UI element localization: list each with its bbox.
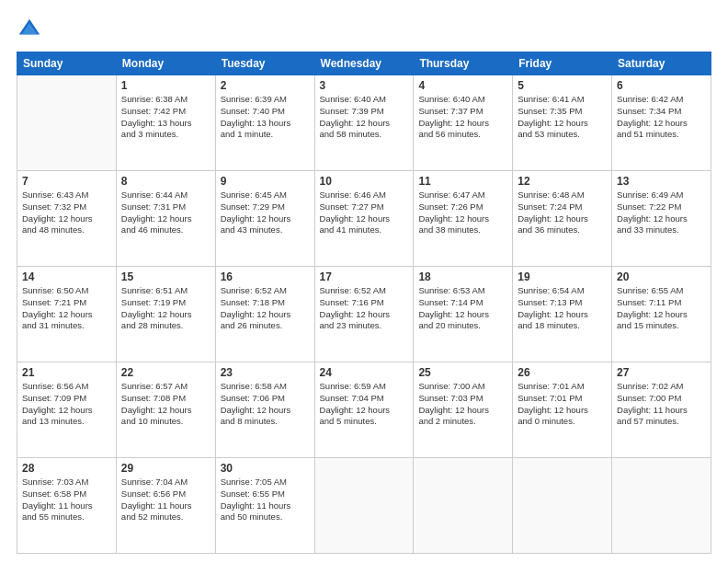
sunset-line: Sunset: 7:32 PM	[22, 201, 111, 213]
weekday-header-sunday: Sunday	[17, 52, 117, 75]
calendar-cell	[414, 458, 513, 554]
daylight-label: Daylight: 11 hours	[617, 405, 706, 417]
calendar-week-1: 1Sunrise: 6:38 AMSunset: 7:42 PMDaylight…	[17, 75, 711, 171]
day-number: 1	[121, 79, 210, 92]
calendar-table: SundayMondayTuesdayWednesdayThursdayFrid…	[17, 52, 711, 554]
sunset-line: Sunset: 7:35 PM	[518, 106, 607, 118]
day-number: 14	[22, 270, 111, 283]
day-number: 24	[320, 366, 409, 379]
day-number: 22	[121, 366, 210, 379]
daylight-value: and 1 minute.	[221, 129, 310, 141]
calendar-week-4: 21Sunrise: 6:56 AMSunset: 7:09 PMDayligh…	[17, 362, 711, 458]
day-number: 17	[320, 270, 409, 283]
day-number: 15	[121, 270, 210, 283]
sunrise-line: Sunrise: 6:52 AM	[221, 285, 310, 297]
daylight-label: Daylight: 12 hours	[221, 405, 310, 417]
weekday-header-tuesday: Tuesday	[215, 52, 314, 75]
daylight-value: and 15 minutes.	[617, 320, 706, 332]
daylight-value: and 43 minutes.	[221, 224, 310, 236]
calendar-cell: 9Sunrise: 6:45 AMSunset: 7:29 PMDaylight…	[215, 171, 314, 267]
header	[17, 17, 711, 42]
sunrise-line: Sunrise: 6:42 AM	[617, 94, 706, 106]
sunrise-line: Sunrise: 7:03 AM	[22, 477, 111, 488]
daylight-label: Daylight: 12 hours	[320, 118, 409, 130]
day-number: 28	[22, 462, 111, 475]
daylight-label: Daylight: 12 hours	[518, 309, 607, 321]
daylight-label: Daylight: 11 hours	[221, 500, 310, 512]
daylight-label: Daylight: 12 hours	[617, 309, 706, 321]
calendar-cell: 28Sunrise: 7:03 AMSunset: 6:58 PMDayligh…	[17, 458, 117, 554]
calendar-cell: 26Sunrise: 7:01 AMSunset: 7:01 PMDayligh…	[513, 362, 612, 458]
daylight-value: and 51 minutes.	[617, 129, 706, 141]
daylight-value: and 5 minutes.	[320, 416, 409, 428]
daylight-label: Daylight: 12 hours	[518, 213, 607, 225]
sunrise-line: Sunrise: 6:41 AM	[518, 94, 607, 106]
daylight-label: Daylight: 12 hours	[221, 213, 310, 225]
weekday-header-monday: Monday	[116, 52, 215, 75]
sunrise-line: Sunrise: 6:48 AM	[518, 190, 607, 201]
sunset-line: Sunset: 7:01 PM	[518, 393, 607, 405]
daylight-value: and 38 minutes.	[418, 224, 507, 236]
daylight-label: Daylight: 12 hours	[518, 405, 607, 417]
daylight-value: and 20 minutes.	[418, 320, 507, 332]
sunrise-line: Sunrise: 6:43 AM	[22, 190, 111, 201]
day-number: 20	[617, 270, 706, 283]
daylight-label: Daylight: 12 hours	[320, 405, 409, 417]
calendar-week-3: 14Sunrise: 6:50 AMSunset: 7:21 PMDayligh…	[17, 267, 711, 362]
daylight-value: and 52 minutes.	[121, 511, 210, 523]
sunset-line: Sunset: 7:03 PM	[418, 393, 507, 405]
day-number: 11	[418, 175, 507, 188]
calendar-cell	[612, 458, 711, 554]
day-number: 2	[221, 79, 310, 92]
sunset-line: Sunset: 7:16 PM	[320, 297, 409, 309]
sunset-line: Sunset: 6:56 PM	[121, 488, 210, 500]
calendar-cell: 27Sunrise: 7:02 AMSunset: 7:00 PMDayligh…	[612, 362, 711, 458]
sunset-line: Sunset: 7:11 PM	[617, 297, 706, 309]
sunrise-line: Sunrise: 6:54 AM	[518, 285, 607, 297]
daylight-label: Daylight: 11 hours	[22, 500, 111, 512]
daylight-label: Daylight: 12 hours	[518, 118, 607, 130]
day-number: 19	[518, 270, 607, 283]
daylight-value: and 36 minutes.	[518, 224, 607, 236]
sunset-line: Sunset: 7:39 PM	[320, 106, 409, 118]
sunrise-line: Sunrise: 7:04 AM	[121, 477, 210, 488]
sunrise-line: Sunrise: 6:47 AM	[418, 190, 507, 201]
calendar-cell: 17Sunrise: 6:52 AMSunset: 7:16 PMDayligh…	[314, 267, 414, 362]
calendar-cell: 1Sunrise: 6:38 AMSunset: 7:42 PMDaylight…	[116, 75, 215, 171]
daylight-label: Daylight: 12 hours	[22, 405, 111, 417]
logo-icon	[17, 17, 42, 42]
sunset-line: Sunset: 7:06 PM	[221, 393, 310, 405]
weekday-header-saturday: Saturday	[612, 52, 711, 75]
day-number: 16	[221, 270, 310, 283]
sunrise-line: Sunrise: 6:38 AM	[121, 94, 210, 106]
calendar-body: 1Sunrise: 6:38 AMSunset: 7:42 PMDaylight…	[17, 75, 711, 554]
daylight-value: and 18 minutes.	[518, 320, 607, 332]
calendar-cell: 20Sunrise: 6:55 AMSunset: 7:11 PMDayligh…	[612, 267, 711, 362]
calendar-cell: 25Sunrise: 7:00 AMSunset: 7:03 PMDayligh…	[414, 362, 513, 458]
calendar-cell: 10Sunrise: 6:46 AMSunset: 7:27 PMDayligh…	[314, 171, 414, 267]
day-number: 3	[320, 79, 409, 92]
calendar-week-5: 28Sunrise: 7:03 AMSunset: 6:58 PMDayligh…	[17, 458, 711, 554]
sunset-line: Sunset: 7:04 PM	[320, 393, 409, 405]
sunset-line: Sunset: 7:26 PM	[418, 201, 507, 213]
daylight-value: and 3 minutes.	[121, 129, 210, 141]
sunset-line: Sunset: 7:24 PM	[518, 201, 607, 213]
weekday-header-thursday: Thursday	[414, 52, 513, 75]
daylight-value: and 58 minutes.	[320, 129, 409, 141]
daylight-value: and 13 minutes.	[22, 416, 111, 428]
daylight-value: and 33 minutes.	[617, 224, 706, 236]
daylight-value: and 23 minutes.	[320, 320, 409, 332]
sunset-line: Sunset: 7:21 PM	[22, 297, 111, 309]
day-number: 8	[121, 175, 210, 188]
daylight-value: and 56 minutes.	[418, 129, 507, 141]
calendar-cell: 29Sunrise: 7:04 AMSunset: 6:56 PMDayligh…	[116, 458, 215, 554]
sunrise-line: Sunrise: 7:00 AM	[418, 381, 507, 393]
calendar-cell: 15Sunrise: 6:51 AMSunset: 7:19 PMDayligh…	[116, 267, 215, 362]
calendar-cell: 24Sunrise: 6:59 AMSunset: 7:04 PMDayligh…	[314, 362, 414, 458]
daylight-label: Daylight: 12 hours	[320, 309, 409, 321]
daylight-value: and 31 minutes.	[22, 320, 111, 332]
sunrise-line: Sunrise: 6:44 AM	[121, 190, 210, 201]
day-number: 25	[418, 366, 507, 379]
daylight-value: and 41 minutes.	[320, 224, 409, 236]
day-number: 4	[418, 79, 507, 92]
